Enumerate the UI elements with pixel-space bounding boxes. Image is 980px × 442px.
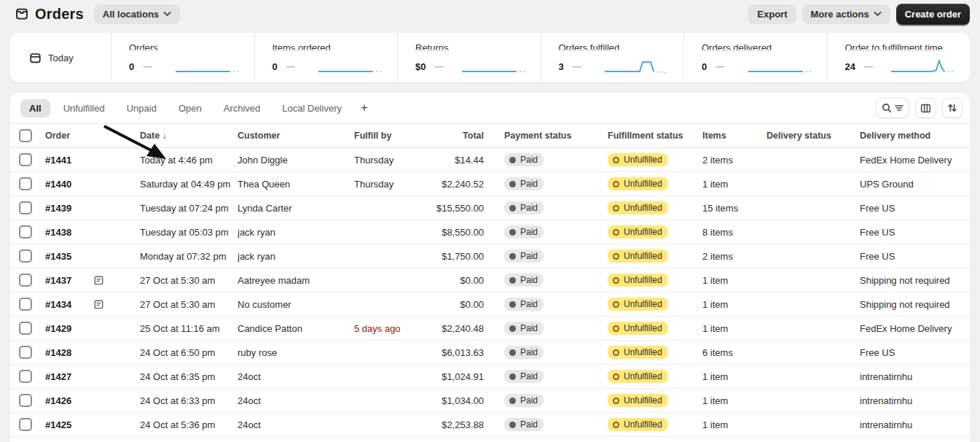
metric-orders-fulfilled[interactable]: Orders fulfilled 3 — (541, 33, 684, 82)
date-range-selector[interactable]: Today (10, 33, 111, 82)
table-row[interactable]: #1429 25 Oct at 11:16 am Candice Patton … (10, 317, 970, 341)
row-checkbox[interactable] (19, 177, 32, 190)
payment-status-badge: Paid (504, 225, 544, 239)
table-row[interactable]: #1437 27 Oct at 5:30 am Aatreyee madam $… (10, 268, 970, 292)
order-number[interactable]: #1427 (45, 371, 93, 382)
row-checkbox[interactable] (19, 225, 32, 239)
column-header-order[interactable]: Order (45, 131, 140, 141)
table-row[interactable]: #1427 24 Oct at 6:35 pm 24oct $1,024.91 … (10, 365, 970, 389)
order-number[interactable]: #1434 (45, 299, 93, 310)
order-delivery-method: UPS Ground (860, 179, 970, 190)
payment-status-badge: Paid (504, 370, 544, 383)
column-header-delivery-status[interactable]: Delivery status (767, 131, 860, 141)
order-customer: jack ryan (238, 227, 354, 238)
row-checkbox[interactable] (19, 153, 32, 166)
order-date: 25 Oct at 11:16 am (140, 323, 238, 334)
metric-value: 24 (845, 61, 855, 72)
column-header-fulfillment-status[interactable]: Fulfillment status (608, 131, 702, 141)
columns-button[interactable] (915, 98, 936, 118)
table-row[interactable]: #1438 Tuesday at 05:03 pm jack ryan $8,5… (10, 220, 970, 244)
unfulfilled-ring-icon (613, 373, 619, 380)
order-number[interactable]: #1437 (45, 275, 93, 286)
sort-button[interactable] (942, 98, 963, 118)
order-number[interactable]: #1440 (45, 179, 93, 190)
payment-status-badge: Paid (504, 153, 544, 166)
metric-value-row: 0 — (702, 58, 820, 75)
search-and-filter-button[interactable] (876, 98, 909, 118)
table-row[interactable]: #1440 Saturday at 04:49 pm Thea Queen Th… (10, 172, 970, 196)
order-number[interactable]: #1439 (45, 203, 93, 214)
row-checkbox[interactable] (19, 418, 32, 431)
fulfillment-status-cell: Unfulfilled (608, 418, 702, 431)
row-checkbox[interactable] (19, 322, 32, 335)
row-checkbox[interactable] (19, 298, 32, 311)
order-number[interactable]: #1429 (45, 323, 93, 334)
order-number[interactable]: #1426 (45, 395, 93, 406)
order-total: $1,024.91 (421, 371, 485, 382)
create-order-button[interactable]: Create order (896, 4, 970, 25)
order-number[interactable]: #1425 (45, 419, 93, 430)
sparkline-chart (748, 58, 812, 75)
tab-unfulfilled[interactable]: Unfulfilled (55, 99, 114, 117)
more-actions-button[interactable]: More actions (802, 4, 890, 24)
order-total: $6,013.63 (421, 347, 485, 358)
column-header-payment-status[interactable]: Payment status (504, 131, 608, 141)
metric-orders[interactable]: Orders 0 — (111, 33, 254, 82)
metric-items-ordered[interactable]: Items ordered 0 — (254, 33, 398, 82)
order-delivery-method: intrenatirnhu (860, 419, 970, 430)
metric-returns[interactable]: Returns $0 — (397, 33, 541, 82)
fulfillment-status-cell: Unfulfilled (608, 225, 702, 239)
order-number[interactable]: #1435 (45, 251, 93, 262)
row-checkbox[interactable] (19, 346, 32, 359)
row-checkbox[interactable] (19, 274, 32, 287)
row-checkbox[interactable] (19, 201, 32, 214)
order-date: 27 Oct at 5:30 am (140, 299, 238, 310)
order-cell: #1438 (45, 227, 140, 238)
order-number[interactable]: #1441 (45, 155, 93, 166)
order-delivery-method: Shipping not required (860, 275, 970, 286)
add-view-button[interactable]: + (355, 99, 374, 117)
column-header-items[interactable]: Items (702, 131, 767, 141)
location-filter-button[interactable]: All locations (94, 4, 180, 24)
tab-open[interactable]: Open (170, 99, 211, 117)
column-header-date[interactable]: Date ↓ (140, 131, 238, 141)
row-checkbox[interactable] (19, 249, 32, 263)
order-customer: ruby rose (238, 347, 354, 358)
order-number[interactable]: #1438 (45, 227, 93, 238)
order-number[interactable]: #1428 (45, 347, 93, 358)
metric-value-row: 0 — (273, 58, 391, 75)
row-checkbox[interactable] (19, 394, 32, 407)
column-header-customer[interactable]: Customer (238, 131, 354, 141)
metrics-bar: Today Orders 0 — Items ordered 0 — Retur… (10, 33, 970, 82)
table-row[interactable]: #1426 24 Oct at 6:33 pm 24oct $1,034.00 … (10, 389, 970, 413)
export-button[interactable]: Export (748, 4, 796, 24)
metric-orders-delivered[interactable]: Orders delivered 0 — (683, 33, 827, 82)
column-header-total[interactable]: Total (421, 131, 485, 141)
paid-dot-icon (509, 349, 516, 356)
tab-local-delivery[interactable]: Local Delivery (273, 99, 350, 117)
table-row[interactable]: #1439 Tuesday at 07:24 pm Lynda Carter $… (10, 196, 970, 220)
order-delivery-method: Free US (860, 227, 970, 238)
table-row[interactable]: #1434 27 Oct at 5:30 am No customer $0.0… (10, 292, 970, 317)
column-header-fulfill-by[interactable]: Fulfill by (354, 131, 421, 141)
table-row[interactable]: #1425 24 Oct at 5:36 pm 24oct $2,253.88 … (10, 413, 970, 437)
payment-status-cell: Paid (504, 201, 608, 214)
tab-unpaid[interactable]: Unpaid (118, 99, 165, 117)
payment-status-cell: Paid (504, 177, 608, 190)
order-customer: jack ryan (238, 251, 354, 262)
fulfillment-status-cell: Unfulfilled (608, 322, 702, 335)
chevron-down-icon (874, 11, 882, 17)
table-row[interactable]: #1428 24 Oct at 6:50 pm ruby rose $6,013… (10, 341, 970, 365)
table-row[interactable]: #1435 Monday at 07:32 pm jack ryan $1,75… (10, 244, 970, 268)
select-all-checkbox[interactable] (19, 129, 32, 142)
payment-status-cell: Paid (504, 370, 608, 383)
order-cell: #1435 (45, 251, 140, 262)
paid-dot-icon (509, 373, 516, 380)
table-row[interactable]: #1441 Today at 4:46 pm John Diggle Thurs… (10, 148, 970, 172)
column-header-delivery-method[interactable]: Delivery method (860, 131, 970, 141)
row-checkbox[interactable] (19, 370, 32, 383)
table-tools (876, 98, 963, 118)
tab-archived[interactable]: Archived (215, 99, 270, 117)
tab-all[interactable]: All (20, 99, 50, 117)
metric-order-to-fulfillment-time[interactable]: Order to fulfillment time 24 — (827, 33, 971, 82)
